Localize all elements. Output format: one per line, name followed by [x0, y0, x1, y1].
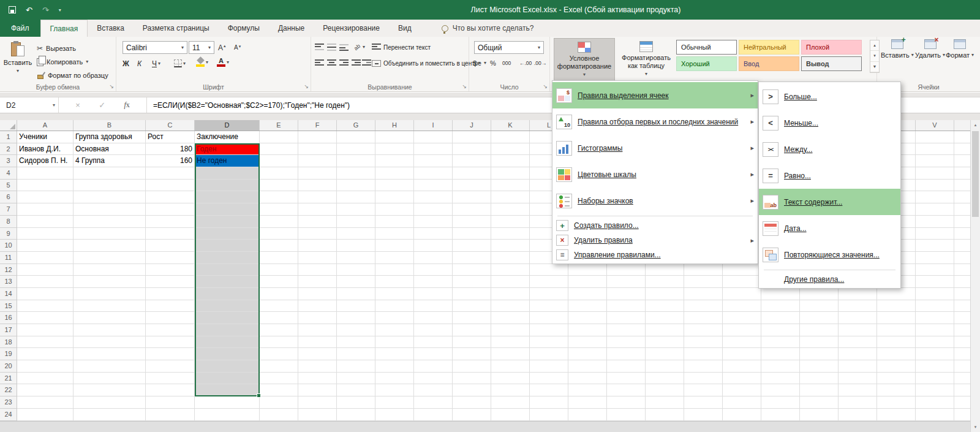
cell-L16[interactable] — [530, 312, 568, 324]
cell-J12[interactable] — [453, 264, 491, 276]
cell-O13[interactable] — [646, 276, 684, 288]
cell-J21[interactable] — [453, 373, 491, 385]
cell-V12[interactable] — [916, 264, 954, 276]
cell-P20[interactable] — [684, 360, 723, 373]
cell-E18[interactable] — [260, 336, 298, 349]
cell-O15[interactable] — [646, 300, 684, 313]
cell-S15[interactable] — [800, 300, 839, 313]
cell-G24[interactable] — [337, 409, 375, 421]
cell-H11[interactable] — [375, 252, 414, 264]
cell-C4[interactable] — [146, 167, 195, 180]
cell-S19[interactable] — [800, 348, 839, 360]
cell-V4[interactable] — [916, 167, 954, 180]
column-header-K[interactable]: K — [491, 120, 530, 131]
cell-D1[interactable]: Заключение — [195, 131, 260, 143]
row-header-13[interactable]: 13 — [0, 276, 17, 288]
cell-D17[interactable] — [195, 324, 260, 336]
cell-F1[interactable] — [298, 131, 337, 143]
cell-H4[interactable] — [375, 167, 414, 180]
cell-F10[interactable] — [298, 240, 337, 252]
cell-G16[interactable] — [337, 312, 375, 324]
cell-L13[interactable] — [530, 276, 568, 288]
cell-U15[interactable] — [877, 300, 916, 313]
row-header-17[interactable]: 17 — [0, 324, 17, 336]
menu-item[interactable]: Правила выделения ячеек▸ — [552, 82, 758, 108]
cell-N23[interactable] — [607, 396, 646, 409]
cell-V21[interactable] — [916, 373, 954, 385]
cell-J18[interactable] — [453, 336, 491, 349]
cell-F3[interactable] — [298, 155, 337, 167]
cell-N18[interactable] — [607, 336, 646, 349]
cell-H23[interactable] — [375, 396, 414, 409]
cell-Q16[interactable] — [723, 312, 761, 324]
cell-V23[interactable] — [916, 396, 954, 409]
cell-O21[interactable] — [646, 373, 684, 385]
clipboard-dialog-launcher[interactable]: ↘ — [109, 83, 114, 89]
cell-B16[interactable] — [74, 312, 146, 324]
cell-V16[interactable] — [916, 312, 954, 324]
cell-V20[interactable] — [916, 360, 954, 373]
cell-V13[interactable] — [916, 276, 954, 288]
cell-F15[interactable] — [298, 300, 337, 313]
tab-data[interactable]: Данные — [269, 20, 314, 37]
cell-H1[interactable] — [375, 131, 414, 143]
cell-G4[interactable] — [337, 167, 375, 180]
cell-T24[interactable] — [839, 409, 877, 421]
tab-view[interactable]: Вид — [389, 20, 421, 37]
cell-N14[interactable] — [607, 288, 646, 300]
cell-L15[interactable] — [530, 300, 568, 313]
cell-S18[interactable] — [800, 336, 839, 349]
column-header-C[interactable]: C — [146, 120, 195, 131]
menu-item[interactable]: Наборы значков▸ — [552, 188, 758, 214]
cell-C5[interactable] — [146, 180, 195, 192]
italic-button[interactable]: К — [137, 57, 141, 70]
paste-button[interactable]: Вставить ▾ — [4, 39, 32, 84]
qat-customize-caret-icon[interactable]: ▾ — [59, 7, 61, 13]
cell-Q21[interactable] — [723, 373, 761, 385]
name-box[interactable]: D2 ▾ — [0, 97, 59, 113]
cell-S14[interactable] — [800, 288, 839, 300]
cell-O12[interactable] — [646, 264, 684, 276]
cell-B19[interactable] — [74, 348, 146, 360]
cell-F4[interactable] — [298, 167, 337, 180]
cell-G6[interactable] — [337, 191, 375, 203]
insert-function-icon[interactable]: fx — [124, 100, 129, 110]
cell-U20[interactable] — [877, 360, 916, 373]
cell-D5[interactable] — [195, 180, 260, 192]
cell-L14[interactable] — [530, 288, 568, 300]
cell-H13[interactable] — [375, 276, 414, 288]
cell-D10[interactable] — [195, 240, 260, 252]
font-size-select[interactable]: 11 ▾ — [189, 41, 214, 54]
menu-item[interactable]: Меньше... — [759, 110, 900, 136]
cell-H15[interactable] — [375, 300, 414, 313]
cell-G20[interactable] — [337, 360, 375, 373]
row-header-16[interactable]: 16 — [0, 312, 17, 324]
wrap-text-button[interactable]: Перенести текст — [372, 41, 431, 53]
cell-T18[interactable] — [839, 336, 877, 349]
cell-M24[interactable] — [568, 409, 607, 421]
increase-indent-button[interactable] — [362, 57, 371, 69]
scroll-up-icon[interactable]: ▴ — [971, 120, 980, 130]
cell-I8[interactable] — [414, 216, 453, 228]
cell-F18[interactable] — [298, 336, 337, 349]
cell-I12[interactable] — [414, 264, 453, 276]
cell-O20[interactable] — [646, 360, 684, 373]
cell-J6[interactable] — [453, 191, 491, 203]
cell-E12[interactable] — [260, 264, 298, 276]
cell-E22[interactable] — [260, 384, 298, 396]
cell-P12[interactable] — [684, 264, 723, 276]
cell-E14[interactable] — [260, 288, 298, 300]
row-header-9[interactable]: 9 — [0, 228, 17, 240]
cell-R24[interactable] — [761, 409, 800, 421]
cell-C9[interactable] — [146, 228, 195, 240]
cell-C21[interactable] — [146, 373, 195, 385]
menu-item[interactable]: Цветовые шкалы▸ — [552, 161, 758, 188]
underline-button[interactable]: Ч▾ — [152, 57, 160, 70]
cell-I1[interactable] — [414, 131, 453, 143]
column-header-G[interactable]: G — [337, 120, 375, 131]
menu-item[interactable]: Другие правила... — [759, 272, 900, 287]
cell-C2[interactable]: 180 — [146, 143, 195, 156]
row-header-11[interactable]: 11 — [0, 252, 17, 264]
row-header-8[interactable]: 8 — [0, 216, 17, 228]
row-header-23[interactable]: 23 — [0, 396, 17, 409]
